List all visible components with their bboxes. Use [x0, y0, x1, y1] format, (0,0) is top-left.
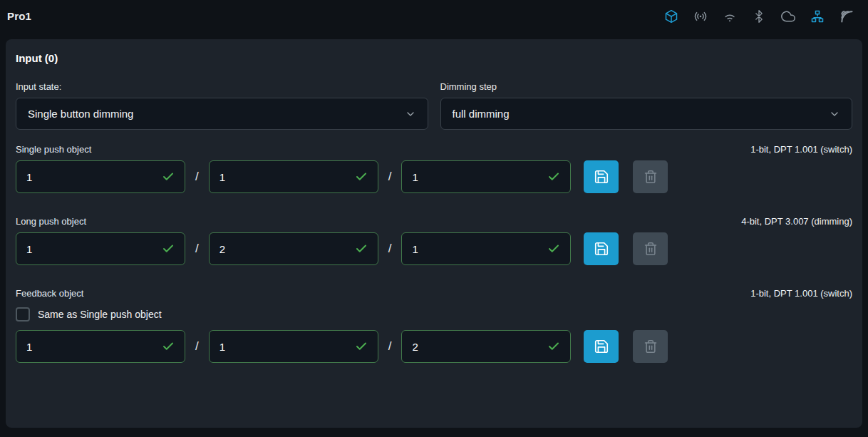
object-label: Feedback object: [16, 288, 83, 299]
address-middle-input[interactable]: [219, 243, 355, 255]
group-address-sub[interactable]: [401, 330, 571, 363]
cube-icon: [664, 9, 678, 24]
address-main-input[interactable]: [26, 171, 162, 183]
dpt-label: 4-bit, DPT 3.007 (dimming): [741, 216, 852, 227]
address-separator: /: [388, 339, 392, 354]
dpt-label: 1-bit, DPT 1.001 (switch): [750, 144, 852, 155]
rf-signal-icon: [839, 9, 854, 24]
group-address-middle[interactable]: [209, 330, 378, 363]
selects-row: Input state: Single button dimming Dimmi…: [16, 81, 852, 130]
group-address-main[interactable]: [16, 160, 185, 193]
section-title: Input (0): [16, 52, 852, 64]
save-icon: [594, 169, 609, 185]
dimming-step-value: full dimming: [453, 108, 510, 120]
save-icon: [594, 241, 609, 257]
feedback-object-row: Feedback object 1-bit, DPT 1.001 (switch…: [16, 288, 852, 363]
dimming-step-field: Dimming step full dimming: [440, 81, 853, 130]
wifi-icon: [723, 9, 737, 24]
address-separator: /: [195, 339, 199, 354]
trash-icon: [644, 339, 658, 354]
input-state-label: Input state:: [16, 81, 428, 92]
input-state-value: Single button dimming: [28, 108, 133, 120]
status-icon-bar: [664, 9, 854, 24]
address-sub-input[interactable]: [412, 171, 547, 183]
address-separator: /: [388, 242, 392, 256]
group-address-main[interactable]: [16, 330, 185, 363]
same-as-single-push-checkbox-row[interactable]: Same as Single push object: [16, 307, 852, 322]
broadcast-icon: [693, 9, 708, 24]
address-main-input[interactable]: [26, 341, 162, 353]
group-address-middle[interactable]: [209, 160, 378, 193]
address-separator: /: [195, 242, 199, 256]
long-push-object-row: Long push object 4-bit, DPT 3.007 (dimmi…: [16, 216, 852, 265]
bluetooth-icon: [752, 9, 766, 24]
trash-icon: [644, 242, 658, 256]
valid-check-icon: [162, 242, 175, 255]
address-middle-input[interactable]: [219, 171, 355, 183]
save-button[interactable]: [584, 160, 619, 193]
group-address-sub[interactable]: [401, 232, 571, 265]
input-config-panel: Input (0) Input state: Single button dim…: [6, 39, 862, 428]
valid-check-icon: [355, 170, 368, 183]
valid-check-icon: [162, 170, 175, 183]
dimming-step-label: Dimming step: [440, 81, 853, 92]
checkbox-label: Same as Single push object: [38, 309, 162, 320]
valid-check-icon: [355, 242, 368, 255]
address-middle-input[interactable]: [219, 341, 355, 353]
delete-button[interactable]: [633, 232, 668, 265]
trash-icon: [644, 170, 658, 184]
dpt-label: 1-bit, DPT 1.001 (switch): [750, 288, 852, 299]
object-label: Long push object: [16, 216, 86, 227]
address-main-input[interactable]: [26, 243, 162, 255]
group-address-middle[interactable]: [209, 232, 378, 265]
address-sub-input[interactable]: [412, 341, 547, 353]
valid-check-icon: [162, 340, 175, 353]
valid-check-icon: [547, 170, 560, 183]
page-title: Pro1: [7, 10, 31, 22]
input-state-field: Input state: Single button dimming: [16, 81, 428, 130]
valid-check-icon: [355, 340, 368, 353]
valid-check-icon: [547, 340, 560, 353]
input-state-select[interactable]: Single button dimming: [16, 98, 428, 130]
cloud-icon: [781, 9, 795, 24]
group-address-main[interactable]: [16, 232, 185, 265]
chevron-down-icon: [829, 108, 840, 120]
group-address-sub[interactable]: [401, 160, 571, 193]
save-button[interactable]: [584, 330, 619, 363]
address-separator: /: [195, 170, 199, 184]
delete-button[interactable]: [633, 160, 668, 193]
object-label: Single push object: [16, 144, 91, 155]
valid-check-icon: [547, 242, 560, 255]
header-bar: Pro1: [0, 0, 868, 32]
save-button[interactable]: [584, 232, 619, 265]
address-sub-input[interactable]: [412, 243, 547, 255]
network-icon: [810, 9, 825, 24]
delete-button[interactable]: [633, 330, 668, 363]
address-separator: /: [388, 170, 392, 184]
checkbox[interactable]: [16, 307, 30, 322]
chevron-down-icon: [405, 108, 416, 120]
save-icon: [594, 339, 609, 354]
dimming-step-select[interactable]: full dimming: [440, 98, 853, 130]
single-push-object-row: Single push object 1-bit, DPT 1.001 (swi…: [16, 144, 852, 193]
